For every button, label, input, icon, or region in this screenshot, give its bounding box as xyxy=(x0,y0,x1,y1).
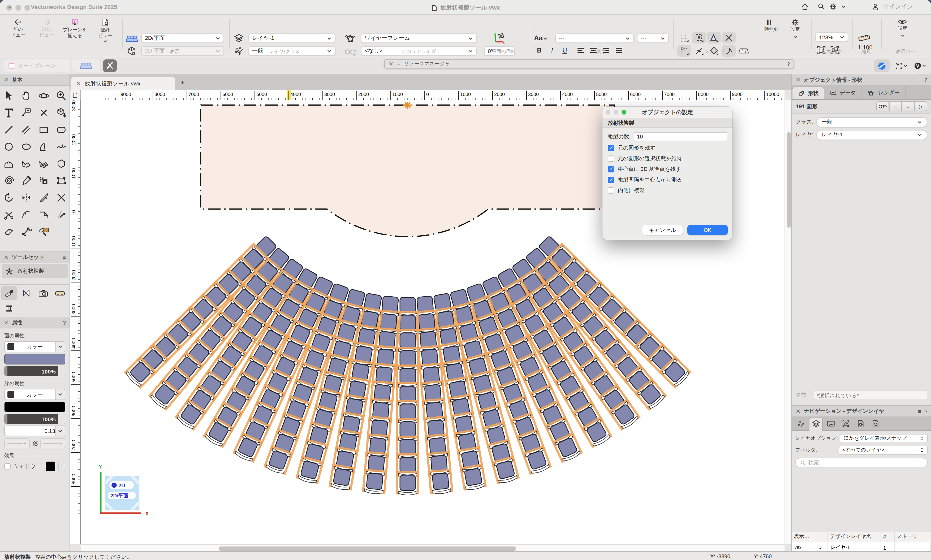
tab-render[interactable]: レンダー xyxy=(862,86,906,99)
palette-menu-icon[interactable]: ≡ xyxy=(63,77,66,83)
close-window-button[interactable] xyxy=(6,5,12,10)
line-opacity-menu-icon[interactable]: ⋮ xyxy=(58,414,65,424)
search-button[interactable] xyxy=(817,3,825,10)
quick-preferences-button[interactable] xyxy=(874,59,889,72)
palette-menu-icon[interactable]: ≡ xyxy=(63,254,66,260)
seat[interactable] xyxy=(398,297,417,317)
font-dropdown[interactable]: --- xyxy=(555,34,634,43)
new-tab-button[interactable]: + xyxy=(180,78,185,86)
object-snap-toggle[interactable] xyxy=(692,32,706,43)
camera-mode[interactable] xyxy=(35,286,51,300)
font-menu-button[interactable]: Aa xyxy=(534,34,547,42)
layers-icon[interactable] xyxy=(234,34,244,44)
ellipse-tool[interactable] xyxy=(17,138,35,155)
vectorworks-cloud-button[interactable] xyxy=(911,59,929,72)
regular-polygon-tool[interactable] xyxy=(52,155,70,172)
dialog-checkbox-1[interactable] xyxy=(608,155,614,162)
close-icon[interactable]: ✕ xyxy=(795,408,800,415)
next-object-button[interactable]: ▷ xyxy=(914,102,927,111)
zoom-window-button[interactable] xyxy=(25,5,30,10)
layer-visible-icon[interactable] xyxy=(794,545,802,551)
zoom-tool[interactable] xyxy=(52,87,70,104)
line-color-swatch[interactable] xyxy=(4,402,65,412)
sheet-layers-tab[interactable] xyxy=(824,418,838,429)
render-mode-dropdown[interactable]: ワイヤーフレーム xyxy=(361,34,477,43)
tape-measure-mode[interactable] xyxy=(52,286,68,300)
help-icon[interactable]: ? xyxy=(63,320,66,326)
class-dropdown[interactable]: 一般 xyxy=(816,117,927,127)
spiral-tool[interactable] xyxy=(0,172,17,189)
active-layer-dropdown[interactable]: レイヤ-1 xyxy=(248,34,336,43)
render-mode-icon[interactable] xyxy=(344,33,357,43)
workspace-settings-button[interactable] xyxy=(829,3,846,11)
tab-data[interactable]: データ xyxy=(824,86,862,99)
framing-mode[interactable] xyxy=(1,302,17,316)
vertical-scroll-thumb[interactable] xyxy=(786,132,791,228)
align-plane-button[interactable]: プレーンを揃える xyxy=(59,18,90,38)
help-icon[interactable]: ? xyxy=(924,408,927,414)
rectangle-tool[interactable] xyxy=(35,121,52,138)
vertical-scrollbar[interactable] xyxy=(785,100,791,545)
dialog-checkbox-0[interactable] xyxy=(608,145,614,151)
help-icon[interactable]: ? xyxy=(924,77,927,83)
split-tool[interactable] xyxy=(0,206,17,223)
dialog-checkbox-2[interactable] xyxy=(608,166,614,172)
design-layers-tab[interactable] xyxy=(809,417,823,431)
grid-snap-toggle[interactable] xyxy=(677,32,691,43)
seat[interactable] xyxy=(493,457,519,485)
horizontal-scrollbar[interactable] xyxy=(81,545,785,551)
tab-shape[interactable]: 形状 xyxy=(792,86,824,99)
saved-views-button[interactable]: 登録ビュー xyxy=(91,18,119,43)
fill-color-swatch[interactable] xyxy=(4,354,65,365)
eyedropper-tool[interactable] xyxy=(17,172,35,189)
shadow-menu-icon[interactable]: ⋮ xyxy=(59,462,65,471)
close-icon[interactable]: ✕ xyxy=(388,60,393,68)
double-polygon-tool[interactable] xyxy=(35,155,52,172)
circle-tool[interactable] xyxy=(0,138,17,155)
fillet-tool[interactable] xyxy=(17,206,35,223)
help-icon[interactable]: ? xyxy=(787,61,790,67)
fill-opacity-menu-icon[interactable]: ⋮ xyxy=(58,366,65,376)
seat[interactable] xyxy=(296,457,323,485)
extract-tool[interactable] xyxy=(52,104,70,121)
eraser-tool[interactable] xyxy=(0,223,17,240)
references-tab[interactable] xyxy=(868,418,882,429)
arc-tool[interactable] xyxy=(35,138,52,155)
chain-selection-button[interactable] xyxy=(876,102,889,111)
palette-menu-icon[interactable]: ≡ xyxy=(918,408,921,414)
autoplane-toggle[interactable]: オートプレーン xyxy=(4,59,70,72)
line-opacity-control[interactable]: 100% ⋮ xyxy=(4,414,65,424)
line-style-dropdown[interactable]: カラー xyxy=(4,389,65,400)
trim-tool[interactable] xyxy=(52,189,70,206)
flyover-tool[interactable] xyxy=(35,87,52,104)
view-bar-settings-button[interactable]: 設定 xyxy=(892,18,913,37)
previous-view-button[interactable]: 前のビュー xyxy=(4,18,32,38)
minimize-window-button[interactable] xyxy=(15,5,21,10)
sign-in-button[interactable]: サインイン xyxy=(871,3,913,11)
mirror-tool[interactable] xyxy=(17,189,35,206)
knife-tool[interactable] xyxy=(35,189,52,206)
next-view-button[interactable]: 次のビュー xyxy=(33,18,60,38)
attribute-mapping-tool[interactable] xyxy=(35,223,52,240)
text-style-dropdown[interactable]: --- xyxy=(637,34,669,43)
ruler-origin-box[interactable] xyxy=(70,90,81,100)
prev-object-button[interactable]: ◁ xyxy=(889,102,902,111)
horizontal-scroll-thumb[interactable] xyxy=(219,546,516,551)
close-tab-icon[interactable]: ✕ xyxy=(76,80,81,87)
shadow-checkbox[interactable] xyxy=(4,463,11,469)
pan-tool[interactable] xyxy=(17,87,35,104)
end-marker-dropdown[interactable] xyxy=(40,438,65,448)
dialog-checkbox-3[interactable] xyxy=(608,177,614,183)
rounded-rectangle-tool[interactable] xyxy=(52,121,70,138)
line-tool[interactable] xyxy=(0,121,17,138)
close-icon[interactable]: ✕ xyxy=(795,76,800,83)
start-marker-dropdown[interactable] xyxy=(4,438,29,448)
polyline-tool[interactable] xyxy=(0,155,17,172)
classes-tab[interactable] xyxy=(794,418,808,429)
view-plane-icon[interactable] xyxy=(125,34,139,43)
view-dropdown[interactable]: 2D/平面 xyxy=(141,34,224,43)
snap-pause-button[interactable]: 一時無効 xyxy=(756,18,782,32)
radial-duplicate-tool[interactable]: 放射状複製 xyxy=(2,264,68,278)
object-name-field[interactable] xyxy=(814,391,927,400)
palette-menu-icon[interactable]: ≡ xyxy=(57,320,60,326)
